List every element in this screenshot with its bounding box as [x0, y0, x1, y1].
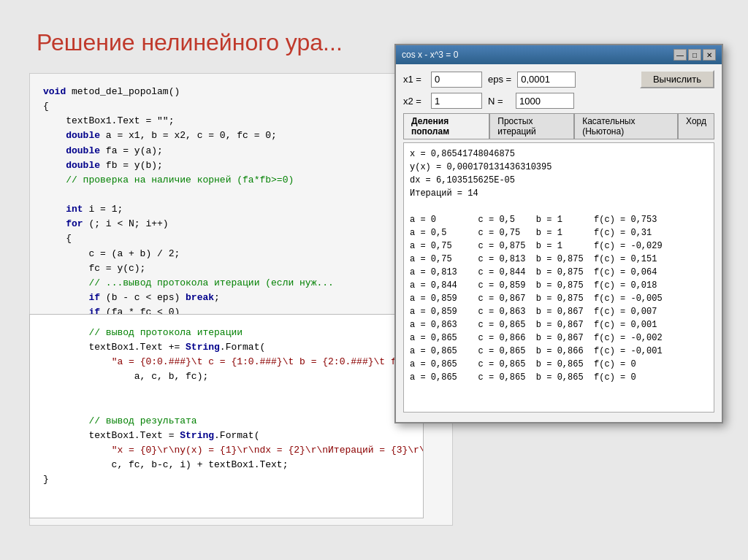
maximize-button[interactable]: □ — [688, 49, 701, 61]
float-window: cos x - x^3 = 0 — □ ✕ x1 = eps = Вычисли… — [394, 44, 723, 423]
float-titlebar: cos x - x^3 = 0 — □ ✕ — [396, 45, 722, 64]
page-title: Решение нелинейного ура... — [37, 29, 343, 56]
code-line: textBox1.Text = ""; — [43, 114, 439, 129]
result-line: a = 0,859 c = 0,867 b = 0,875 f(c) = -0,… — [410, 292, 708, 305]
code-panel-bottom: // вывод протокола итерации textBox1.Tex… — [29, 314, 424, 518]
result-line: a = 0,865 c = 0,865 b = 0,865 f(c) = 0 — [410, 358, 708, 371]
code-line: c = (a + b) / 2; — [43, 247, 439, 261]
result-line: dx = 6,103515625E-05 — [410, 174, 708, 187]
result-line: y(x) = 0,000170131436310395 — [410, 161, 708, 174]
result-line: Итераций = 14 — [410, 187, 708, 200]
x2-input[interactable] — [431, 93, 482, 109]
result-line: a = 0,5 c = 0,75 b = 1 f(c) = 0,31 — [410, 226, 708, 239]
result-line: a = 0,865 c = 0,865 b = 0,865 f(c) = 0 — [410, 371, 708, 384]
result-line: a = 0,865 c = 0,865 b = 0,866 f(c) = -0,… — [410, 345, 708, 358]
code-line: "a = {0:0.###}\t c = {1:0.###}\t b = {2:… — [43, 355, 410, 369]
code-line: "x = {0}\r\ny(x) = {1}\r\ndx = {2}\r\nИт… — [43, 443, 410, 458]
code-line: double fa = y(a); — [43, 144, 439, 158]
param-row-2: x2 = N = — [403, 93, 714, 109]
result-line: a = 0,865 c = 0,866 b = 0,867 f(c) = -0,… — [410, 331, 708, 345]
code-line: c, fc, b-c, i) + textBox1.Text; — [43, 458, 410, 472]
code-line — [43, 385, 410, 399]
code-line: double fb = y(b); — [43, 158, 439, 173]
tab-bisection[interactable]: Деления пополам — [403, 113, 489, 139]
code-line: { — [43, 99, 439, 114]
code-line: double a = x1, b = x2, c = 0, fc = 0; — [43, 129, 439, 143]
code-line: // вывод протокола итерации — [43, 326, 410, 340]
float-window-title: cos x - x^3 = 0 — [402, 50, 458, 60]
tabs-row: Деления пополам Простых итераций Касател… — [403, 113, 714, 139]
code-line: textBox1.Text += String.Format( — [43, 340, 410, 355]
code-line: // ...вывод протокола итерации (если нуж… — [43, 276, 439, 291]
tab-newton[interactable]: Касательных (Ньютона) — [574, 113, 678, 139]
results-area[interactable]: x = 0,86541748046875 y(x) = 0,0001701314… — [403, 142, 714, 413]
result-line: a = 0,859 c = 0,863 b = 0,867 f(c) = 0,0… — [410, 305, 708, 318]
calc-button[interactable]: Вычислить — [640, 70, 714, 88]
code-line — [43, 188, 439, 202]
n-input[interactable] — [516, 93, 574, 109]
code-line: textBox1.Text = String.Format( — [43, 429, 410, 443]
titlebar-buttons: — □ ✕ — [673, 49, 716, 61]
result-line: a = 0,813 c = 0,844 b = 0,875 f(c) = 0,0… — [410, 266, 708, 279]
param-row-1: x1 = eps = Вычислить — [403, 70, 714, 88]
code-line: fc = y(c); — [43, 261, 439, 276]
eps-label: eps = — [488, 74, 511, 85]
tab-chord[interactable]: Хорд — [678, 113, 714, 139]
result-line: a = 0,75 c = 0,875 b = 1 f(c) = -0,029 — [410, 239, 708, 253]
eps-input[interactable] — [517, 72, 576, 88]
code-line: for (; i < N; i++) — [43, 217, 439, 231]
float-content: x1 = eps = Вычислить x2 = N = Деления по… — [396, 64, 722, 418]
n-label: N = — [488, 96, 510, 107]
code-line: // вывод результата — [43, 414, 410, 429]
code-line: int i = 1; — [43, 202, 439, 217]
minimize-button[interactable]: — — [673, 49, 687, 61]
result-line: a = 0,863 c = 0,865 b = 0,867 f(c) = 0,0… — [410, 318, 708, 331]
x2-label: x2 = — [403, 96, 425, 107]
code-line — [43, 399, 410, 414]
code-line: a, c, b, fc); — [43, 369, 410, 384]
code-line: { — [43, 231, 439, 246]
tab-simple-iter[interactable]: Простых итераций — [489, 113, 574, 139]
code-line: // проверка на наличие корней (fa*fb>=0) — [43, 173, 439, 188]
result-line: a = 0,844 c = 0,859 b = 0,875 f(c) = 0,0… — [410, 279, 708, 292]
code-line: if (b - c < eps) break; — [43, 291, 439, 305]
result-line: a = 0 c = 0,5 b = 1 f(c) = 0,753 — [410, 213, 708, 226]
result-line: x = 0,86541748046875 — [410, 147, 708, 161]
x1-input[interactable] — [431, 72, 482, 88]
code-line: void metod_del_popolam() — [43, 85, 439, 99]
code-line: } — [43, 472, 410, 487]
result-line: a = 0,75 c = 0,813 b = 0,875 f(c) = 0,15… — [410, 253, 708, 266]
close-button[interactable]: ✕ — [703, 49, 716, 61]
result-line — [410, 200, 708, 213]
x1-label: x1 = — [403, 74, 425, 85]
